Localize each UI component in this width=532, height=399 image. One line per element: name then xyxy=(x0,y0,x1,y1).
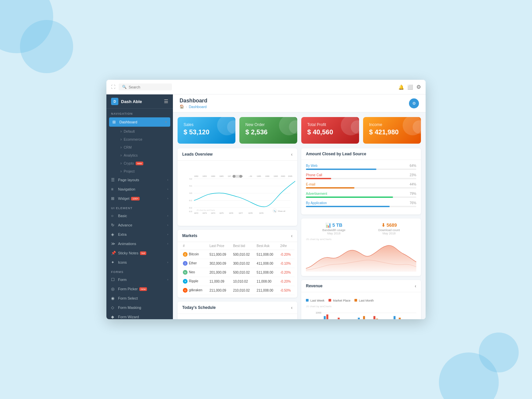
sidebar-item-form-label: Form xyxy=(118,278,127,282)
expand-icon[interactable]: ⛶ xyxy=(111,84,115,89)
col-24hr: 24hr xyxy=(278,242,295,250)
sidebar-item-basic[interactable]: ○ Basic › xyxy=(106,211,173,220)
lead-source-pct: 44% xyxy=(410,183,416,186)
schedule-card-collapse[interactable]: ‹ xyxy=(291,305,293,310)
leads-chart-svg: 0.2 0.1 0.0 -0.1 -0.2 -0.3 1950 1955 xyxy=(180,163,295,223)
markets-card-collapse[interactable]: ‹ xyxy=(291,233,293,238)
monitor-icon[interactable]: ⬜ xyxy=(407,84,413,90)
progress-fill xyxy=(306,187,354,189)
svg-text:2000: 2000 xyxy=(281,175,285,177)
sidebar-sub-crm[interactable]: CRM xyxy=(116,143,173,151)
formselect-icon: ◉ xyxy=(111,296,116,301)
revenue-chart-area: 1000 800 xyxy=(306,309,416,319)
breadcrumb-sep: › xyxy=(186,105,187,109)
revenue-card-collapse[interactable]: ‹ xyxy=(415,283,416,289)
svg-text:2005: 2005 xyxy=(288,175,292,177)
sidebar-item-icons[interactable]: ✦ Icons › xyxy=(106,258,173,267)
search-box[interactable]: 🔍 xyxy=(119,83,172,90)
market-change: -0.20% xyxy=(278,268,295,277)
sidebar-sub-project[interactable]: Project xyxy=(116,167,173,175)
svg-rect-45 xyxy=(358,318,360,319)
sidebar-item-pagelayouts-label: Page layouts xyxy=(118,178,139,182)
sidebar-item-dashboard[interactable]: ⊞ Dashboard ▾ xyxy=(109,117,170,127)
svg-text:1974: 1974 xyxy=(211,212,215,214)
sidebar-item-extra[interactable]: ◈ Extra › xyxy=(106,230,173,239)
downloads-label: Download count xyxy=(378,228,400,232)
leads-card-title: Leads Overview xyxy=(182,152,212,157)
market-bestbid: 500,010.02 xyxy=(230,250,254,259)
sidebar-item-extra-label: Extra xyxy=(118,232,127,236)
table-row: ✕Ripple 11,000.09 10,010.02 11,008.00 -0… xyxy=(180,277,295,286)
advance-chevron: › xyxy=(167,223,168,227)
sidebar-item-pagelayouts[interactable]: ☰ Page layouts › xyxy=(106,175,173,185)
lead-source-item: Advertisement 79% xyxy=(306,192,416,198)
revenue-card-body: Last Week Market Place Last Month xyxy=(301,292,421,319)
sidebar-item-formselect[interactable]: ◉ Form Select xyxy=(106,294,173,303)
formmasking-icon: ◇ xyxy=(111,305,116,310)
coin-icon: Ξ xyxy=(183,261,188,266)
formwizard-icon: ◆ xyxy=(111,315,116,319)
breadcrumb-home[interactable]: 🏠 xyxy=(180,104,184,109)
market-bestask: 511,008.00 xyxy=(254,250,278,259)
svg-text:1955: 1955 xyxy=(202,175,207,177)
progress-fill xyxy=(306,169,376,170)
market-change: -0.20% xyxy=(278,250,295,259)
leadsource-card-body: By Web 64% Phone Call 23% E-mail 44% Adv… xyxy=(301,160,421,214)
icons-icon: ✦ xyxy=(111,260,116,265)
svg-rect-48 xyxy=(394,316,396,319)
leads-card-body: 0.2 0.1 0.0 -0.1 -0.2 -0.3 1950 1955 xyxy=(178,161,297,226)
sidebar-item-formpicker[interactable]: ◎ Form Picker new xyxy=(106,284,173,294)
market-bestbid: 10,010.02 xyxy=(230,277,254,286)
navigation-chevron: › xyxy=(167,188,168,191)
stickynotes-badge: hot xyxy=(140,251,146,255)
table-row: Ggitkraken 211,000.09 210,010.02 211,008… xyxy=(180,286,295,295)
extra-chevron: › xyxy=(167,233,168,236)
app-window: ⛶ 🔍 🔔 ⬜ ⚙ D Dash Able ☰ NAVIGATION ⊞ Das… xyxy=(106,80,426,319)
svg-text:Show all: Show all xyxy=(278,210,285,212)
lead-source-header: Phone Call 23% xyxy=(306,173,416,177)
sidebar-sub-default[interactable]: Default xyxy=(116,127,173,135)
sidebar-sub-ecommerce[interactable]: Ecommerce xyxy=(116,135,173,143)
hamburger-icon[interactable]: ☰ xyxy=(164,99,168,104)
stat-income-label: Income xyxy=(369,122,415,127)
dashboard-icon: ⊞ xyxy=(112,120,117,124)
sidebar-item-formmasking[interactable]: ◇ Form Masking xyxy=(106,303,173,312)
table-row: NNeo 201,000.09 500,010.02 511,008.00 -0… xyxy=(180,268,295,277)
page-settings-button[interactable]: ⚙ xyxy=(409,98,419,108)
lead-source-pct: 64% xyxy=(410,164,416,168)
lead-source-label: By Web xyxy=(306,164,318,168)
schedule-card-title: Today's Schedule xyxy=(182,305,216,310)
downloads-date: May 2018 xyxy=(378,232,400,235)
forms-section-label: FORMS xyxy=(106,267,173,275)
topbar: ⛶ 🔍 🔔 ⬜ ⚙ xyxy=(106,80,426,94)
page-title: Dashboard xyxy=(180,98,207,104)
sidebar-item-dashboard-label: Dashboard xyxy=(119,120,137,124)
leads-card-collapse[interactable]: ‹ xyxy=(291,152,293,157)
lead-source-label: E-mail xyxy=(306,183,315,186)
lead-source-header: By Web 64% xyxy=(306,164,416,168)
lead-source-label: Advertisement xyxy=(306,192,327,196)
schedule-item-1: 👤 Meeting Today 3:00 PM You can write an… xyxy=(182,318,293,319)
svg-text:...00: ...00 xyxy=(248,175,252,177)
main-layout: D Dash Able ☰ NAVIGATION ⊞ Dashboard ▾ D… xyxy=(106,94,426,319)
settings-icon[interactable]: ⚙ xyxy=(416,84,421,90)
page-header: Dashboard 🏠 › Dashboard ⚙ xyxy=(173,94,426,112)
sidebar-item-formwizard[interactable]: ◆ Form Wizard xyxy=(106,312,173,319)
col-bestbid: Best bid xyxy=(230,242,254,250)
search-input[interactable] xyxy=(129,85,169,89)
sidebar-item-widget[interactable]: ⊞ Widget 100+ › xyxy=(106,194,173,203)
sidebar-item-navigation[interactable]: ≡ Navigation › xyxy=(106,185,173,194)
sidebar-item-form[interactable]: ☐ Form › xyxy=(106,275,173,284)
lead-source-item: Phone Call 23% xyxy=(306,173,416,179)
bell-icon[interactable]: 🔔 xyxy=(398,84,404,90)
form-icon: ☐ xyxy=(111,277,116,282)
sidebar-sub-crypto[interactable]: Crypto new xyxy=(116,159,173,167)
sidebar-sub-analytics[interactable]: Analytics xyxy=(116,151,173,159)
sidebar-item-animations[interactable]: ≫ Animations › xyxy=(106,239,173,248)
progress-fill xyxy=(306,197,393,198)
lead-source-header: Advertisement 79% xyxy=(306,192,416,196)
sidebar-item-formwizard-label: Form Wizard xyxy=(118,315,139,319)
sidebar-item-advance[interactable]: ↻ Advance › xyxy=(106,220,173,230)
sidebar-item-stickynotes[interactable]: 📌 Sticky Notes hot xyxy=(106,248,173,258)
markets-card: Markets ‹ # Last Price Best bid xyxy=(178,230,297,298)
